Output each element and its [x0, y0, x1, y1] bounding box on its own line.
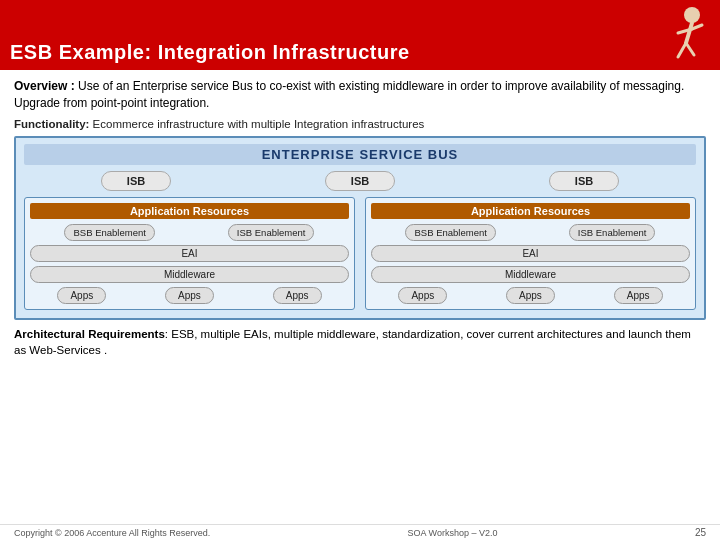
isb-box-2: ISB [325, 171, 395, 191]
arch-req-paragraph: Architectural Requirements: ESB, multipl… [14, 326, 706, 358]
header: ESB Example: Integration Infrastructure [0, 0, 720, 70]
isb-box-1: ISB [101, 171, 171, 191]
right-middleware: Middleware [371, 266, 690, 283]
arch-req-label: Architectural Requirements [14, 328, 165, 340]
left-apps-2: Apps [165, 287, 214, 304]
left-isb-enablement: ISB Enablement [228, 224, 315, 241]
right-app-resources: Application Resources BSB Enablement ISB… [365, 197, 696, 310]
overview-label: Overview : [14, 79, 75, 93]
overview-text: Use of an Enterprise service Bus to co-e… [14, 79, 684, 110]
page-number: 25 [695, 527, 706, 538]
functionality-text: Ecommerce infrastructure with multiple I… [89, 118, 424, 130]
right-bsb-enablement: BSB Enablement [405, 224, 495, 241]
right-isb-enablement: ISB Enablement [569, 224, 656, 241]
main-content: Overview : Use of an Enterprise service … [0, 70, 720, 366]
svg-line-2 [678, 43, 686, 57]
functionality-paragraph: Functionality: Ecommerce infrastructure … [14, 118, 706, 130]
left-block-title: Application Resources [30, 203, 349, 219]
right-apps-2: Apps [506, 287, 555, 304]
left-eai: EAI [30, 245, 349, 262]
right-eai: EAI [371, 245, 690, 262]
right-apps-row: Apps Apps Apps [371, 287, 690, 304]
copyright-text: Copyright © 2006 Accenture All Rights Re… [14, 528, 210, 538]
functionality-label: Functionality: [14, 118, 89, 130]
right-apps-1: Apps [398, 287, 447, 304]
right-block-title: Application Resources [371, 203, 690, 219]
esb-label: ENTERPRISE SERVICE BUS [24, 144, 696, 165]
left-enablement-row: BSB Enablement ISB Enablement [30, 224, 349, 241]
runner-icon [640, 5, 710, 65]
isb-box-3: ISB [549, 171, 619, 191]
left-middleware: Middleware [30, 266, 349, 283]
overview-paragraph: Overview : Use of an Enterprise service … [14, 78, 706, 112]
left-apps-1: Apps [57, 287, 106, 304]
isb-row: ISB ISB ISB [24, 171, 696, 191]
left-bsb-enablement: BSB Enablement [64, 224, 154, 241]
left-apps-row: Apps Apps Apps [30, 287, 349, 304]
app-resources-row: Application Resources BSB Enablement ISB… [24, 197, 696, 310]
svg-line-1 [686, 23, 692, 43]
workshop-text: SOA Workshop – V2.0 [408, 528, 498, 538]
left-apps-3: Apps [273, 287, 322, 304]
footer: Copyright © 2006 Accenture All Rights Re… [0, 524, 720, 540]
esb-diagram: ENTERPRISE SERVICE BUS ISB ISB ISB Appli… [14, 136, 706, 320]
svg-line-3 [686, 43, 694, 55]
page-title: ESB Example: Integration Infrastructure [10, 41, 410, 64]
svg-line-5 [692, 25, 702, 29]
right-apps-3: Apps [614, 287, 663, 304]
svg-point-0 [684, 7, 700, 23]
right-enablement-row: BSB Enablement ISB Enablement [371, 224, 690, 241]
left-app-resources: Application Resources BSB Enablement ISB… [24, 197, 355, 310]
